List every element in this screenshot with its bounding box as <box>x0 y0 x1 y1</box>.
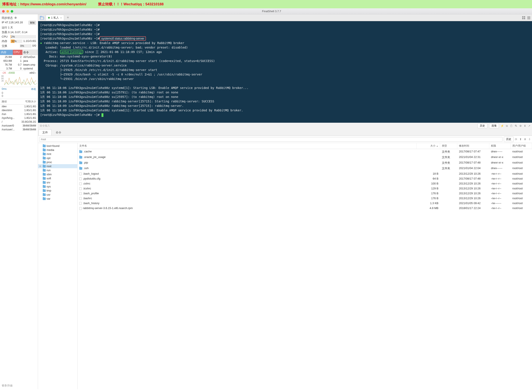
options-button[interactable]: 选项 <box>489 123 499 128</box>
file-row[interactable]: .bash_logout18 B2013/12/29 10:26-rw-r--r… <box>78 171 532 176</box>
disk-row[interactable]: /run/user/0364M/364M <box>0 124 38 128</box>
command-input[interactable]: 命令输入 <box>40 124 476 128</box>
file-icon <box>79 202 82 205</box>
tree-item[interactable]: lost+found <box>38 144 77 148</box>
file-row[interactable]: .bashrc176 B2013/12/29 10:26-rw-r--r--ro… <box>78 196 532 201</box>
folder-icon <box>43 161 46 163</box>
external-icon[interactable]: ↗ <box>528 124 530 127</box>
refresh-icon[interactable]: ⟳ <box>515 138 517 141</box>
tree-item[interactable]: sys <box>38 184 77 188</box>
process-row[interactable]: 25.9M2AliYunDun <box>0 55 38 59</box>
login-upgrade-link[interactable]: 登录/升级 <box>0 382 38 389</box>
tree-item[interactable]: run <box>38 168 77 172</box>
list-view-icon[interactable] <box>527 16 531 20</box>
process-row[interactable]: 653.9M1java <box>0 59 38 63</box>
disk-row[interactable]: /dev1.8G/1.8G <box>0 104 38 108</box>
disk-header: 路径 可用/大小 <box>0 99 38 104</box>
file-row[interactable]: .pip文件夹2017/08/17 07:48drwxr-xr-xroot/ro… <box>78 160 532 166</box>
file-row[interactable]: .bash_history1.3 KB2021/01/05 09:42-rw--… <box>78 201 532 206</box>
maximize-window-button[interactable] <box>11 10 13 13</box>
process-row[interactable]: 3.7M0systemd <box>0 67 38 70</box>
connection-status-dot <box>48 17 50 19</box>
tree-item[interactable]: proc <box>38 160 77 164</box>
search-icon[interactable]: 🔍︎ <box>515 124 517 127</box>
folder-tree[interactable]: lost+foundmediamntoptproc⊞rootrunsbinsof… <box>38 143 78 389</box>
path-history-button[interactable]: 历史 <box>504 137 514 142</box>
file-icon <box>79 192 82 195</box>
session-tab[interactable]: 1 私人 × <box>46 15 64 20</box>
upload-icon[interactable]: ⬆ <box>519 138 522 141</box>
copy-icon[interactable]: ⧉ <box>506 124 508 127</box>
terminal[interactable]: [root@izuf6h3gvu2nu1mtloha98z ~]# [root@… <box>38 21 532 123</box>
path-input[interactable] <box>39 137 503 142</box>
folder-icon <box>43 185 46 188</box>
net-up: ↑2K <box>2 71 6 74</box>
folder-icon <box>79 167 82 170</box>
iface-arrow-icon[interactable]: ‹ <box>35 71 36 74</box>
load-label: 负载 0.14, 0.07, 0.14 <box>2 30 27 34</box>
cpu-label: CPU <box>2 35 8 38</box>
files-tab[interactable]: 文件 <box>39 129 51 135</box>
history-button[interactable]: 历史 <box>477 123 487 128</box>
disk-row[interactable]: /33.8G/39.2G <box>0 120 38 124</box>
folder-icon <box>43 165 46 168</box>
disk-list: /dev1.8G/1.8G/dev/shm1.8G/1.8G/run1.8G/1… <box>0 104 38 131</box>
process-row[interactable]: 76.7M0.7beam.smp <box>0 63 38 67</box>
disk-row[interactable]: /sys/fs/cg...1.8G/1.8G <box>0 116 38 120</box>
file-row[interactable]: .tcshrc129 B2013/12/29 10:26-rw-r--r--ro… <box>78 186 532 191</box>
mem-value: 32% <box>11 40 17 43</box>
bolt-icon[interactable]: ⚡ <box>501 124 504 127</box>
disk-row[interactable]: /dev/shm1.8G/1.8G <box>0 108 38 112</box>
folder-icon <box>79 150 82 153</box>
tree-item[interactable]: mnt <box>38 152 77 156</box>
tree-item[interactable]: opt <box>38 156 77 160</box>
folder-icon <box>43 149 46 151</box>
expand-icon[interactable]: ⊞ <box>39 165 41 167</box>
file-row[interactable]: .bash_profile176 B2013/12/29 10:26-rw-r-… <box>78 191 532 196</box>
disk-row[interactable]: /run1.8G/1.8G <box>0 112 38 116</box>
tree-item[interactable]: soft <box>38 176 77 180</box>
tree-item[interactable]: sbin <box>38 172 77 176</box>
file-row[interactable]: rabbitmq-server-3.6.15-1.el6.noarch.rpm4… <box>78 206 532 210</box>
file-row[interactable]: .cshrc100 B2013/12/29 10:26-rw-r--r--roo… <box>78 181 532 186</box>
swap-value: 0% <box>20 44 25 47</box>
tree-item[interactable]: media <box>38 148 77 152</box>
download-icon[interactable]: ⬇ <box>524 124 526 127</box>
add-tab-button[interactable]: + <box>65 15 71 20</box>
commands-tab[interactable]: 命令 <box>52 129 65 135</box>
download2-icon[interactable]: ⇩ <box>528 138 531 141</box>
net-iface[interactable]: eth0 <box>29 71 34 74</box>
close-tab-icon[interactable]: × <box>60 16 62 19</box>
folder-icon <box>79 162 82 164</box>
folder-icon <box>43 193 46 196</box>
tree-item[interactable]: tmp <box>38 188 77 193</box>
tree-item[interactable]: ⊞root <box>38 164 77 168</box>
svg-rect-4 <box>527 16 530 17</box>
tree-item[interactable]: usr <box>38 193 77 197</box>
uptime-label: 运行 1 天 <box>2 26 13 29</box>
download-file-icon[interactable]: ⬇ <box>524 138 526 141</box>
folder-icon <box>43 189 46 192</box>
copy-ip-button[interactable]: 复制 <box>28 21 36 25</box>
file-row[interactable]: .ssh文件夹2021/01/04 22:04drwx------root/ro… <box>78 166 532 171</box>
home-icon[interactable] <box>39 15 45 20</box>
disk-row[interactable]: /run/user/...364M/364M <box>0 128 38 131</box>
minimize-window-button[interactable] <box>6 10 9 13</box>
close-window-button[interactable] <box>2 10 5 13</box>
folder-icon <box>43 153 46 155</box>
file-row[interactable]: .oracle_jre_usage文件夹2021/01/04 22:31drwx… <box>78 154 532 160</box>
file-row[interactable]: .pydistutils.cfg64 B2017/08/17 07:48-rw-… <box>78 176 532 181</box>
tree-item[interactable]: srv <box>38 180 77 184</box>
session-tabbar: 1 私人 × + <box>38 14 532 21</box>
file-list[interactable]: 文件名 大小▲ 类型 修改时间 权限 用户/用户组 .cache文件夹2017/… <box>78 143 532 389</box>
tree-item[interactable]: var <box>38 197 77 201</box>
folder-icon <box>43 145 46 147</box>
settings-icon[interactable]: ⚙ <box>519 124 522 127</box>
swap-label: 交换 <box>2 44 7 48</box>
file-row[interactable]: .cache文件夹2017/08/17 07:47drwx------root/… <box>78 149 532 154</box>
folder-icon <box>43 157 46 159</box>
folder-icon <box>43 169 46 172</box>
grid-view-icon[interactable] <box>522 16 526 20</box>
paste-icon[interactable]: 📋︎ <box>510 124 513 127</box>
mem-detail: 1.1G/3.6G <box>23 39 36 42</box>
